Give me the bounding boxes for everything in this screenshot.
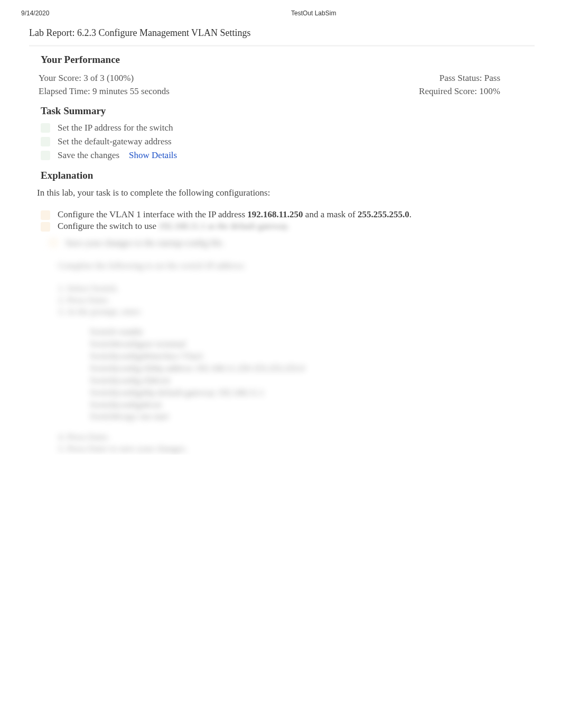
- check-icon: [41, 137, 50, 146]
- bullet-icon: [41, 210, 50, 220]
- header-app-title: TestOut LabSim: [270, 10, 540, 17]
- page-header: 9/14/2020 TestOut LabSim: [0, 0, 561, 21]
- score-left: Your Score: 3 of 3 (100%) Elapsed Time: …: [39, 72, 419, 98]
- task-label: Set the IP address for the switch: [58, 123, 173, 133]
- config-item: Save your changes to the startup-config …: [37, 237, 532, 249]
- score-block: Your Score: 3 of 3 (100%) Elapsed Time: …: [29, 68, 532, 98]
- bullet-icon: [49, 238, 58, 247]
- show-details-link[interactable]: Show Details: [129, 150, 177, 161]
- elapsed-time: Elapsed Time: 9 minutes 55 seconds: [39, 85, 419, 98]
- task-item: Set the IP address for the switch: [41, 121, 532, 135]
- blurred-steps: 1. Select Switch. 2. Press Enter. 3. At …: [37, 273, 532, 318]
- blurred-bottom-steps: 4. Press Enter. 5. Press Enter to save y…: [37, 423, 532, 455]
- your-score: Your Score: 3 of 3 (100%): [39, 72, 419, 85]
- task-label: Set the default-gateway address: [58, 136, 172, 147]
- task-label: Save the changes: [58, 150, 119, 161]
- blurred-content: Save your changes to the startup-config …: [29, 232, 532, 455]
- pass-status: Pass Status: Pass: [419, 72, 500, 85]
- config-list: Configure the VLAN 1 interface with the …: [29, 199, 532, 232]
- check-icon: [41, 123, 50, 133]
- required-score: Required Score: 100%: [419, 85, 500, 98]
- explanation-intro: In this lab, your task is to complete th…: [29, 183, 532, 199]
- config-text: Configure the switch to use 192.168.11.1…: [58, 221, 532, 232]
- content-area: Your Performance Your Score: 3 of 3 (100…: [0, 47, 561, 455]
- task-summary-heading: Task Summary: [29, 98, 532, 119]
- task-list: Set the IP address for the switch Set th…: [29, 119, 532, 162]
- bullet-icon: [41, 222, 50, 232]
- blurred-code-block: Switch>enable Switch#configure terminal …: [37, 318, 532, 423]
- performance-heading: Your Performance: [29, 47, 532, 68]
- config-text: Configure the VLAN 1 interface with the …: [58, 209, 532, 220]
- config-item: Configure the switch to use 192.168.11.1…: [41, 220, 532, 232]
- task-item: Save the changes Show Details: [41, 149, 532, 162]
- report-title: Lab Report: 6.2.3 Configure Management V…: [0, 21, 561, 43]
- task-item: Set the default-gateway address: [41, 135, 532, 149]
- config-item: Configure the VLAN 1 interface with the …: [41, 209, 532, 220]
- explanation-heading: Explanation: [29, 162, 532, 183]
- check-icon: [41, 151, 50, 160]
- score-right: Pass Status: Pass Required Score: 100%: [419, 72, 532, 98]
- header-date: 9/14/2020: [21, 10, 270, 17]
- blurred-intro: Complete the following to set the switch…: [37, 249, 532, 273]
